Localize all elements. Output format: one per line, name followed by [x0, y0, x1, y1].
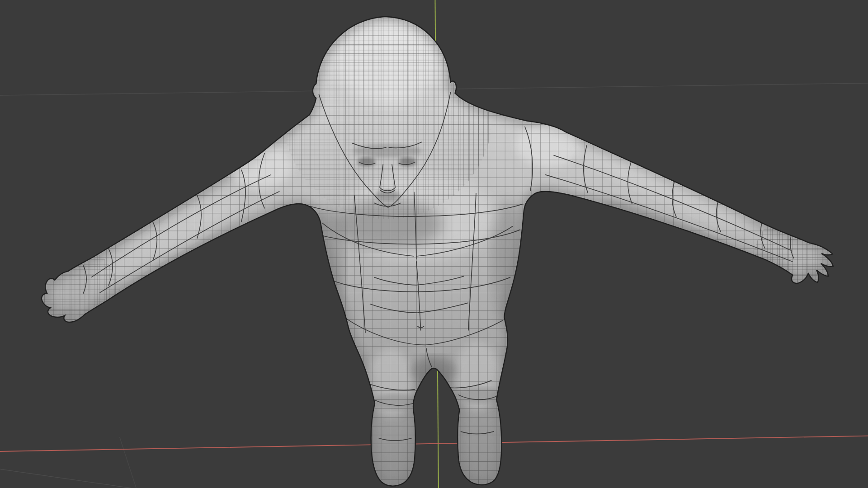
viewport-3d[interactable] [0, 0, 868, 488]
viewport-canvas [0, 0, 868, 488]
